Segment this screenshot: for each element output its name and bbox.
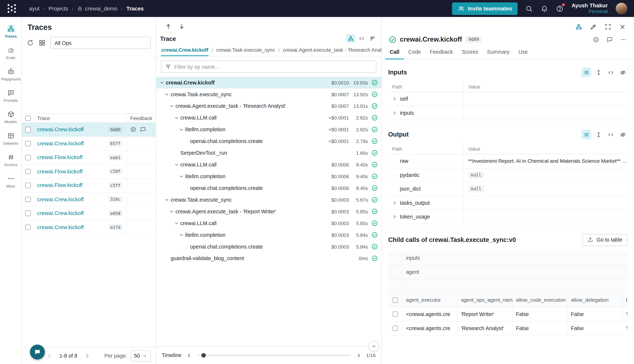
trace-tree-row[interactable]: openai.chat.completions.create $0.0003 5… bbox=[156, 241, 381, 252]
breadcrumb-projects[interactable]: Projects bbox=[49, 6, 68, 12]
trace-link[interactable]: crewai.Flow.kickoff bbox=[37, 154, 83, 160]
sidebar-item-playground[interactable]: Playground bbox=[1, 66, 21, 83]
chat-support-button[interactable] bbox=[30, 344, 45, 360]
expand-rows-icon[interactable] bbox=[594, 68, 603, 77]
row-checkbox[interactable] bbox=[393, 312, 398, 317]
table-row[interactable]: crewai.Flow.kickoff c5ff bbox=[22, 178, 156, 192]
chevron-down-icon[interactable] bbox=[169, 104, 176, 108]
trace-tree-row[interactable]: crewai.Task.execute_sync $0.0007 13.92s bbox=[156, 88, 381, 100]
table-row[interactable]: crewai.Crew.kickoff a17d bbox=[22, 220, 156, 234]
child-call-row[interactable]: <crewai.agents.cre 'Report Writer' False… bbox=[388, 307, 627, 321]
list-view-icon[interactable] bbox=[581, 68, 591, 77]
flame-graph-view-icon[interactable] bbox=[368, 34, 377, 43]
table-row[interactable]: crewai.Crew.kickoff 316c bbox=[22, 192, 156, 206]
chevron-right-icon[interactable] bbox=[392, 96, 400, 101]
column-header-trace[interactable]: Trace bbox=[34, 115, 126, 121]
timeline-prev-icon[interactable] bbox=[186, 352, 192, 358]
output-row[interactable]: json_dict null null bbox=[388, 182, 627, 196]
chevron-down-icon[interactable] bbox=[169, 209, 176, 214]
trace-link[interactable]: crewai.Crew.kickoff bbox=[37, 196, 84, 202]
column-header[interactable]: allow_delegation bbox=[568, 294, 623, 307]
select-all-checkbox[interactable] bbox=[393, 298, 398, 303]
inputs-row[interactable]: self bbox=[388, 92, 627, 106]
row-checkbox[interactable] bbox=[25, 168, 31, 174]
help-icon[interactable] bbox=[556, 4, 564, 12]
tab[interactable]: Use bbox=[514, 45, 532, 60]
column-header[interactable]: allow_code_execution bbox=[513, 294, 568, 307]
trace-breadcrumb-item[interactable]: crewai.Task.execute_sync bbox=[216, 46, 275, 56]
chevron-right-icon[interactable] bbox=[392, 110, 400, 115]
child-call-row[interactable]: <crewai.agents.cre 'Research Analyst' Fa… bbox=[388, 321, 627, 336]
chevron-down-icon[interactable] bbox=[179, 174, 185, 178]
feedback-comment-icon[interactable] bbox=[140, 126, 146, 132]
sidebar-item-models[interactable]: Models bbox=[1, 108, 21, 126]
chevron-down-icon[interactable] bbox=[174, 221, 180, 226]
sidebar-item-scorers[interactable]: Scorers bbox=[1, 151, 21, 169]
chevron-down-icon[interactable] bbox=[174, 116, 180, 120]
chevron-down-icon[interactable] bbox=[174, 162, 180, 167]
timeline-slider[interactable] bbox=[197, 355, 351, 356]
trace-tree-row[interactable]: openai.chat.completions.create $0.0006 9… bbox=[156, 182, 381, 194]
table-row[interactable]: crewai.Crew.kickoff 657f bbox=[22, 137, 156, 151]
add-emoji-icon[interactable] bbox=[593, 36, 599, 42]
trace-tree-row[interactable]: litellm.completion <$0.0001 2.82s bbox=[156, 124, 381, 135]
columns-icon[interactable] bbox=[38, 39, 46, 46]
row-checkbox[interactable] bbox=[25, 155, 31, 160]
pagination-prev-icon[interactable] bbox=[46, 352, 53, 359]
code-json-icon[interactable] bbox=[606, 130, 615, 140]
fullscreen-expand-icon[interactable] bbox=[604, 24, 611, 30]
show-trace-tree-icon[interactable] bbox=[575, 24, 582, 30]
trace-breadcrumb-item[interactable]: crewai.Crew.kickoff bbox=[161, 46, 209, 56]
breadcrumb-traces[interactable]: Traces bbox=[126, 6, 144, 12]
trace-tree-row[interactable]: guardrail-validate_blog_content 0ms bbox=[156, 252, 381, 264]
tree-view-icon[interactable] bbox=[346, 34, 356, 43]
pagination-next-icon[interactable] bbox=[84, 352, 90, 359]
column-header[interactable]: backstory bbox=[623, 294, 627, 307]
tab[interactable]: Scores bbox=[457, 45, 483, 60]
chevron-down-icon[interactable] bbox=[179, 127, 185, 132]
row-checkbox[interactable] bbox=[25, 210, 31, 216]
search-icon[interactable] bbox=[525, 4, 533, 12]
refresh-icon[interactable] bbox=[27, 39, 34, 46]
output-row[interactable]: pydantic null null bbox=[388, 168, 627, 182]
feedback-emoji-icon[interactable] bbox=[130, 126, 136, 132]
timeline-slider-handle[interactable] bbox=[201, 353, 206, 358]
trace-tree-row[interactable]: SerperDevTool._run 1.66s bbox=[156, 147, 381, 159]
op-filter-box[interactable] bbox=[161, 61, 377, 73]
inputs-row[interactable]: inputs bbox=[388, 106, 627, 120]
row-checkbox[interactable] bbox=[25, 224, 31, 230]
hide-values-eye-icon[interactable] bbox=[618, 130, 627, 140]
tab[interactable]: Code bbox=[404, 45, 425, 60]
trace-tree-row[interactable]: crewai.Crew.kickoff $0.0010 19.83s bbox=[156, 77, 381, 88]
chevron-right-icon[interactable] bbox=[392, 201, 400, 205]
tab[interactable]: Feedback bbox=[425, 45, 457, 60]
chevron-down-icon[interactable] bbox=[179, 233, 185, 237]
row-checkbox[interactable] bbox=[25, 196, 31, 202]
row-checkbox[interactable] bbox=[25, 182, 31, 188]
close-icon[interactable] bbox=[619, 24, 626, 30]
breadcrumb-org[interactable]: ayut bbox=[29, 6, 40, 12]
edit-pencil-icon[interactable] bbox=[590, 24, 597, 30]
sidebar-item-more[interactable]: More bbox=[1, 172, 21, 190]
table-row[interactable]: crewai.Crew.kickoff 9d89 bbox=[22, 123, 156, 137]
row-checkbox[interactable] bbox=[25, 141, 31, 146]
chevron-down-icon[interactable] bbox=[165, 198, 171, 202]
tab[interactable]: Call bbox=[385, 45, 404, 60]
invite-teammates-button[interactable]: Invite teammates bbox=[452, 2, 518, 15]
output-row[interactable]: raw **Investment Report: AI in Chemical … bbox=[388, 154, 627, 168]
code-json-icon[interactable] bbox=[606, 68, 615, 77]
group-header-label[interactable]: inputs bbox=[403, 251, 420, 265]
user-menu[interactable]: Ayush Thakur Personal bbox=[571, 2, 607, 14]
list-view-icon[interactable] bbox=[581, 130, 591, 140]
trace-link[interactable]: crewai.Flow.kickoff bbox=[37, 182, 83, 188]
trace-link[interactable]: crewai.Crew.kickoff bbox=[37, 140, 84, 146]
column-header[interactable]: agent_ops_agent_name bbox=[458, 294, 513, 307]
add-comment-icon[interactable] bbox=[606, 36, 613, 42]
output-row[interactable]: token_usage bbox=[388, 210, 627, 224]
table-row[interactable]: crewai.Flow.kickoff c59f bbox=[22, 164, 156, 178]
expand-rows-icon[interactable] bbox=[594, 130, 603, 140]
call-id-badge[interactable]: 9d89 bbox=[466, 36, 482, 43]
notifications-bell-icon[interactable] bbox=[541, 4, 548, 12]
table-row[interactable]: crewai.Flow.kickoff eab1 bbox=[22, 151, 156, 164]
sidebar-item-traces[interactable]: Traces bbox=[1, 22, 21, 40]
